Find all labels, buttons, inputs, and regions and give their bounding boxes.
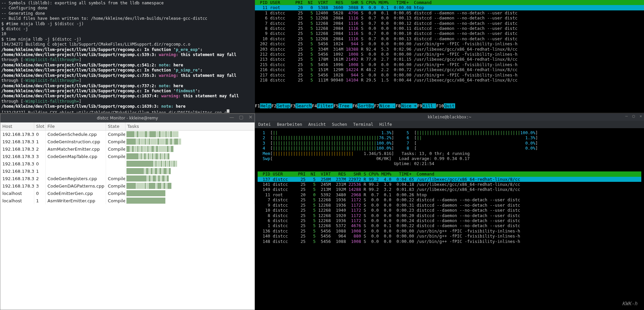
column-slot[interactable]: Slot: [34, 122, 45, 131]
terminal-body[interactable]: 1 [|| 1.3%] 5 [|||||||||||||||||||||||||…: [255, 128, 644, 310]
table-row[interactable]: localhost1AsmWriterEmitter.cppCompile: [0, 197, 255, 204]
maximize-icon[interactable]: ▢: [633, 114, 635, 118]
close-icon[interactable]: ✕: [248, 114, 253, 120]
table-row[interactable]: 192.168.178.391: [0, 167, 255, 175]
distcc-table: HostSlotFileStateTasks 192.168.178.330Co…: [0, 122, 255, 204]
table-row[interactable]: 192.168.178.392CodeGenRegisters.cppCompi…: [0, 175, 255, 182]
menu-bearbeiten[interactable]: Bearbeiten: [277, 122, 302, 127]
column-file[interactable]: File: [45, 122, 106, 131]
terminal-window: kkleine@blackbox:~ — ▢ ✕ DateiBearbeiten…: [255, 113, 644, 310]
menu-ansicht[interactable]: Ansicht: [308, 122, 326, 127]
table-row[interactable]: 192.168.178.390: [0, 160, 255, 167]
distcc-monitor-window: distcc Monitor - kkleine@remy — ▢ ✕ Host…: [0, 113, 255, 310]
table-row[interactable]: 192.168.178.393CodeGenDAGPatterns.cppCom…: [0, 182, 255, 190]
column-state[interactable]: State: [106, 122, 125, 131]
window-title: distcc Monitor - kkleine@remy: [97, 116, 158, 120]
menu-datei[interactable]: Datei: [258, 122, 271, 127]
menu-terminal[interactable]: Terminal: [353, 122, 373, 127]
maximize-icon[interactable]: ▢: [238, 114, 244, 120]
menu-hilfe[interactable]: Hilfe: [379, 122, 392, 127]
menu-suchen[interactable]: Suchen: [332, 122, 347, 127]
table-row[interactable]: localhost0CodeEmitterGen.cppCompile: [0, 190, 255, 197]
minimize-icon[interactable]: —: [625, 114, 628, 118]
column-host[interactable]: Host: [0, 122, 34, 131]
htop-top[interactable]: PID USER PRI NI VIRT RES SHR S CPU% MEM%…: [255, 0, 644, 113]
minimize-icon[interactable]: —: [229, 114, 234, 120]
window-title: kkleine@blackbox:~: [428, 115, 471, 119]
terminal-menubar[interactable]: DateiBearbeitenAnsichtSuchenTerminalHilf…: [255, 121, 644, 128]
watermark: KWK-h: [622, 301, 637, 307]
window-titlebar[interactable]: kkleine@blackbox:~ — ▢ ✕: [255, 113, 644, 121]
table-row[interactable]: 192.168.178.333CodeGenMapTable.cppCompil…: [0, 153, 255, 160]
build-terminal[interactable]: -- Symbols (liblldb): exporting all symb…: [0, 0, 255, 113]
table-row[interactable]: 192.168.178.332AsmMatcherEmitter.cppComp…: [0, 145, 255, 153]
window-titlebar[interactable]: distcc Monitor - kkleine@remy — ▢ ✕: [0, 114, 255, 122]
table-row[interactable]: 192.168.178.330CodeGenSchedule.cppCompil…: [0, 131, 255, 138]
close-icon[interactable]: ✕: [640, 114, 642, 118]
column-tasks[interactable]: Tasks: [125, 122, 255, 131]
table-row[interactable]: 192.168.178.331CodeGenInstruction.cppCom…: [0, 138, 255, 145]
